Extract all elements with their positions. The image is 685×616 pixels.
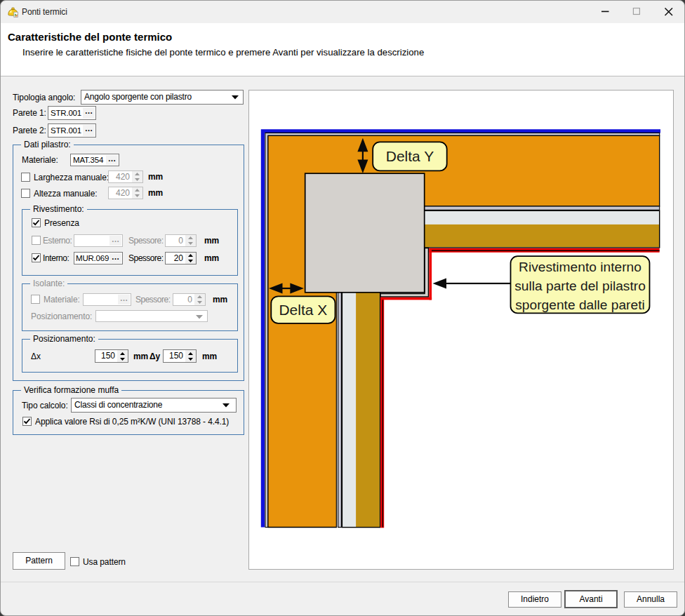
svg-text:Delta Y: Delta Y	[386, 148, 434, 164]
svg-text:Delta X: Delta X	[279, 302, 327, 318]
svg-text:sporgente dalle pareti: sporgente dalle pareti	[515, 297, 645, 312]
svg-text:Rivestimento interno: Rivestimento interno	[519, 260, 641, 274]
svg-text:sulla parte del pilastro: sulla parte del pilastro	[514, 279, 646, 293]
